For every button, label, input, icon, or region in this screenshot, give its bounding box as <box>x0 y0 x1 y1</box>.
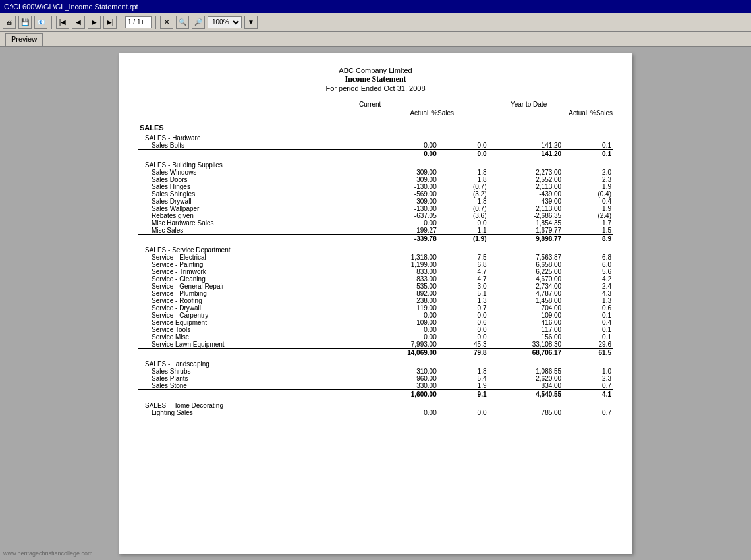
report-title: Income Statement <box>138 74 613 84</box>
table-row: Sales Wallpaper -130.00 (0.7) 2,113.00 1… <box>138 205 613 212</box>
separator2 <box>121 16 121 29</box>
landscaping-subsection-header: SALES - Landscaping <box>138 360 613 368</box>
pct-header: %Sales <box>431 109 467 117</box>
prev-page-button[interactable]: ◀ <box>72 16 85 29</box>
home-decorating-subsection-header: SALES - Home Decorating <box>138 402 613 409</box>
table-row: Service - Cleaning 833.00 4.7 4,670.00 4… <box>138 275 613 283</box>
table-row: Service - Roofing 238.00 1.3 1,458.00 1.… <box>138 297 613 304</box>
report-page: ABC Company Limited Income Statement For… <box>119 53 632 554</box>
search-button[interactable]: 🔍 <box>176 16 189 29</box>
zoom-select[interactable]: 25% 50% 75% 100% 150% 200% <box>208 16 242 28</box>
table-row: Rebates given -637.05 (3.6) -2,686.35 (2… <box>138 212 613 219</box>
print-button[interactable]: 🖨 <box>3 16 16 29</box>
table-row: Service Misc 0.00 0.0 156.00 0.1 <box>138 333 613 341</box>
find-button[interactable]: 🔎 <box>192 16 205 29</box>
table-row: Service - Painting 1,199.00 6.8 6,658.00… <box>138 261 613 268</box>
table-row: Service - Drywall 119.00 0.7 704.00 0.6 <box>138 304 613 312</box>
title-text: C:\CL600W\GL\GL_Income Statement.rpt <box>4 3 138 11</box>
email-button[interactable]: 📧 <box>34 16 47 29</box>
table-row: Sales Hinges -130.00 (0.7) 2,113.00 1.9 <box>138 183 613 190</box>
service-dept-subtotal: 14,069.00 79.8 68,706.17 61.5 <box>138 349 613 357</box>
table-row: Service - Electrical 1,318.00 7.5 7,563.… <box>138 254 613 261</box>
building-supplies-subsection-header: SALES - Building Supplies <box>138 161 613 169</box>
separator3 <box>155 16 156 29</box>
table-row: Lighting Sales 0.00 0.0 785.00 0.7 <box>138 409 613 416</box>
report-header: ABC Company Limited Income Statement For… <box>138 67 613 92</box>
table-row: Service - Trimwork 833.00 4.7 6,225.00 5… <box>138 268 613 275</box>
next-page-button[interactable]: ▶ <box>88 16 101 29</box>
table-row: Service - Carpentry 0.00 0.0 109.00 0.1 <box>138 312 613 319</box>
current-header: Current <box>308 101 431 109</box>
preview-tab[interactable]: Preview <box>5 33 43 46</box>
ytd-pct-header: %Sales <box>590 109 613 117</box>
company-name: ABC Company Limited <box>138 67 613 74</box>
main-area: ABC Company Limited Income Statement For… <box>0 47 751 560</box>
save-button[interactable]: 💾 <box>18 16 32 29</box>
table-row: Service - Plumbing 892.00 5.1 4,787.00 4… <box>138 290 613 297</box>
table-row: Sales Shrubs 310.00 1.8 1,086.55 1.0 <box>138 368 613 375</box>
building-supplies-subtotal: -339.78 (1.9) 9,898.77 8.9 <box>138 235 613 243</box>
table-row: Sales Windows 309.00 1.8 2,273.00 2.0 <box>138 169 613 176</box>
ytd-header: Year to Date <box>467 101 590 109</box>
report-table: SALES SALES - Hardware Sales Bolts 0.00 … <box>138 117 613 416</box>
table-row: Service Tools 0.00 0.0 117.00 0.1 <box>138 326 613 333</box>
sales-section-header: SALES <box>138 117 613 132</box>
report-period: For period Ended Oct 31, 2008 <box>138 84 613 92</box>
hardware-subsection-header: SALES - Hardware <box>138 132 613 142</box>
table-row: Service - General Repair 535.00 3.0 2,73… <box>138 283 613 290</box>
table-row: Sales Stone 330.00 1.9 834.00 0.7 <box>138 382 613 390</box>
watermark: www.heritagechristiancollege.com <box>3 550 93 557</box>
service-dept-subsection-header: SALES - Service Department <box>138 246 613 254</box>
table-row: Service Equipment 109.00 0.6 416.00 0.4 <box>138 319 613 326</box>
page-input[interactable] <box>125 16 152 28</box>
first-page-button[interactable]: |◀ <box>56 16 69 29</box>
table-row: Sales Plants 960.00 5.4 2,620.00 2.3 <box>138 375 613 382</box>
hardware-subtotal: 0.00 0.0 141.20 0.1 <box>138 150 613 158</box>
table-row: Sales Shingles -569.00 (3.2) -439.00 (0.… <box>138 190 613 198</box>
table-row: Service Lawn Equipment 7,993.00 45.3 33,… <box>138 341 613 349</box>
table-row: Sales Bolts 0.00 0.0 141.20 0.1 <box>138 142 613 150</box>
table-row: Misc Sales 199.27 1.1 1,679.77 1.5 <box>138 227 613 235</box>
zoom-dropdown-button[interactable]: ▼ <box>244 16 258 29</box>
close-button[interactable]: ✕ <box>160 16 173 29</box>
landscaping-subtotal: 1,600.00 9.1 4,540.55 4.1 <box>138 390 613 399</box>
ytd-actual-header: Actual <box>467 109 590 117</box>
toolbar: 🖨 💾 📧 |◀ ◀ ▶ ▶| ✕ 🔍 🔎 25% 50% 75% 100% 1… <box>0 13 751 32</box>
table-row: Sales Doors 309.00 1.8 2,552.00 2.3 <box>138 176 613 183</box>
table-row: Misc Hardware Sales 0.00 0.0 1,854.35 1.… <box>138 219 613 227</box>
actual-header: Actual <box>308 109 431 117</box>
table-row: Sales Drywall 309.00 1.8 439.00 0.4 <box>138 198 613 205</box>
last-page-button[interactable]: ▶| <box>103 16 117 29</box>
title-bar: C:\CL600W\GL\GL_Income Statement.rpt <box>0 0 751 13</box>
separator1 <box>51 16 52 29</box>
